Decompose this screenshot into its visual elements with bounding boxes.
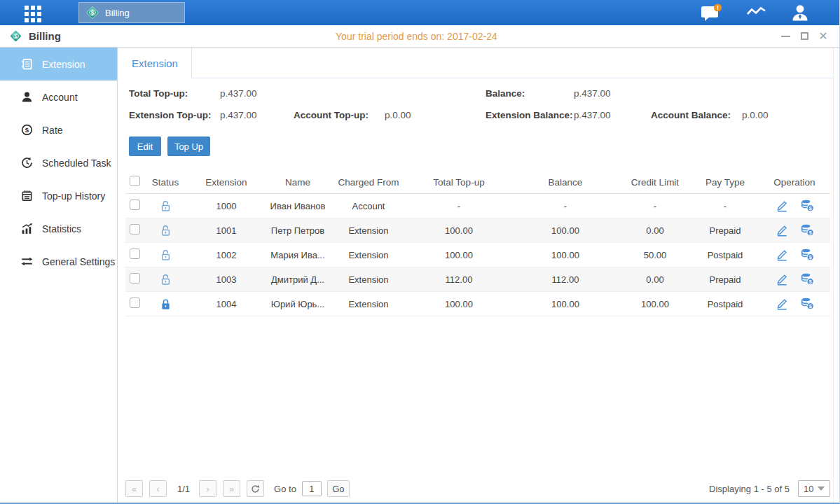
svg-text:$: $ (808, 206, 811, 211)
taskbar-billing-tab[interactable]: $ Billing (78, 2, 185, 23)
table-header: Status Extension Name Charged From Total… (125, 171, 830, 194)
extension-cell: 1001 (188, 225, 264, 236)
taskbar: $ Billing ! (0, 0, 839, 25)
message-icon[interactable]: ! (701, 4, 722, 22)
credit-limit-cell: 0.00 (619, 274, 691, 285)
row-checkbox[interactable] (130, 224, 140, 234)
account-topup-value: p.0.00 (385, 110, 411, 120)
sidebar-item-topup-history[interactable]: Top-up History (0, 179, 117, 212)
sidebar-item-label: Extension (42, 59, 85, 70)
main-content: Extension Total Top-up: p.437.00 Balance… (118, 48, 839, 503)
edit-icon[interactable] (776, 298, 788, 310)
apps-grid-icon[interactable] (25, 6, 41, 22)
sidebar-item-extension[interactable]: Extension (0, 48, 117, 80)
extension-cell: 1002 (188, 250, 264, 260)
balance-label: Balance: (486, 88, 525, 99)
topup-icon[interactable]: $ (801, 224, 814, 237)
name-cell: Мария Ива... (264, 250, 331, 260)
account-topup-label: Account Top-up: (294, 110, 369, 120)
topup-icon[interactable]: $ (801, 200, 814, 212)
monitor-chart-icon[interactable] (746, 5, 767, 20)
total-topup-cell: 100.00 (406, 225, 512, 236)
extension-cell: 1004 (188, 299, 264, 309)
unlocked-icon (160, 200, 171, 210)
titlebar: $ Billing Your trial period ends on: 201… (0, 25, 839, 48)
balance-cell: 112.00 (512, 274, 619, 285)
scheduled-task-icon (21, 157, 33, 169)
svg-text:$: $ (808, 230, 811, 236)
pay-type-cell: Postpaid (691, 250, 759, 260)
sidebar-item-label: Rate (42, 125, 63, 136)
edit-icon[interactable] (776, 225, 788, 237)
last-page-icon[interactable]: » (223, 480, 240, 497)
col-name: Name (264, 177, 331, 188)
topup-icon[interactable]: $ (801, 248, 814, 261)
topup-history-icon (21, 190, 33, 202)
total-topup-cell: - (406, 201, 512, 211)
col-credit-limit: Credit Limit (619, 177, 691, 188)
row-checkbox[interactable] (130, 248, 140, 259)
taskbar-tab-label: Billing (105, 8, 130, 18)
refresh-icon[interactable] (247, 480, 264, 497)
sidebar-item-rate[interactable]: $ Rate (0, 113, 117, 146)
balance-value: p.437.00 (574, 88, 611, 99)
first-page-icon[interactable]: « (125, 480, 143, 497)
balance-cell: 100.00 (512, 225, 619, 236)
charged-from-cell: Extension (331, 274, 406, 285)
sidebar-item-scheduled-task[interactable]: Scheduled Task (0, 146, 117, 179)
sidebar-item-general-settings[interactable]: General Settings (0, 245, 117, 278)
goto-page-input[interactable] (302, 481, 322, 496)
total-topup-cell: 100.00 (406, 299, 512, 309)
row-checkbox[interactable] (130, 273, 140, 284)
sidebar-item-label: Top-up History (42, 190, 105, 202)
pay-type-cell: - (691, 201, 759, 211)
account-balance-value: p.0.00 (742, 110, 769, 120)
edit-icon[interactable] (776, 249, 788, 261)
credit-limit-cell: 0.00 (619, 225, 691, 236)
topup-icon[interactable]: $ (801, 273, 814, 286)
page-size-select[interactable]: 10 (798, 480, 830, 497)
col-operation: Operation (759, 177, 830, 188)
row-checkbox[interactable] (130, 298, 140, 308)
table-row: 1004 Юрий Юрь... Extension 100.00 100.00… (125, 292, 830, 316)
sidebar-item-statistics[interactable]: Statistics (0, 212, 117, 245)
go-button[interactable]: Go (327, 480, 350, 497)
total-topup-cell: 112.00 (406, 274, 512, 285)
topup-icon[interactable]: $ (801, 298, 814, 310)
extension-topup-value: p.437.00 (220, 110, 257, 120)
locked-icon (160, 298, 171, 308)
credit-limit-cell: - (619, 201, 691, 211)
svg-text:$: $ (25, 126, 29, 134)
maximize-icon[interactable] (799, 31, 809, 41)
col-status: Status (142, 177, 188, 188)
next-page-icon[interactable]: › (199, 480, 216, 497)
unlocked-icon (160, 248, 171, 259)
sidebar-item-account[interactable]: Account (0, 80, 117, 113)
balance-cell: 100.00 (512, 299, 619, 309)
user-icon[interactable] (791, 4, 809, 22)
select-all-checkbox[interactable] (130, 176, 140, 186)
statistics-icon (21, 223, 33, 234)
charged-from-cell: Extension (331, 250, 406, 260)
balance-cell: - (512, 201, 619, 211)
unlocked-icon (160, 273, 171, 284)
prev-page-icon[interactable]: ‹ (149, 480, 167, 497)
edit-icon[interactable] (776, 200, 788, 212)
displaying-text: Displaying 1 - 5 of 5 (709, 484, 790, 494)
sidebar: Extension Account $ Rat (0, 48, 118, 503)
sidebar-item-label: Statistics (42, 223, 81, 234)
top-up-button[interactable]: Top Up (167, 136, 210, 156)
svg-text:$: $ (808, 279, 811, 285)
total-topup-cell: 100.00 (406, 250, 512, 260)
minimize-icon[interactable] (780, 31, 790, 41)
dropdown-arrow-icon (818, 486, 825, 491)
close-icon[interactable]: ✕ (818, 31, 828, 41)
name-cell: Иван Иванов (264, 201, 331, 211)
name-cell: Дмитрий Д... (264, 274, 331, 285)
edit-icon[interactable] (776, 274, 788, 286)
edit-button[interactable]: Edit (129, 136, 161, 156)
total-topup-value: p.437.00 (220, 88, 257, 99)
billing-app-window: $ Billing ! (0, 0, 840, 504)
tab-extension[interactable]: Extension (118, 48, 192, 78)
row-checkbox[interactable] (130, 200, 140, 210)
